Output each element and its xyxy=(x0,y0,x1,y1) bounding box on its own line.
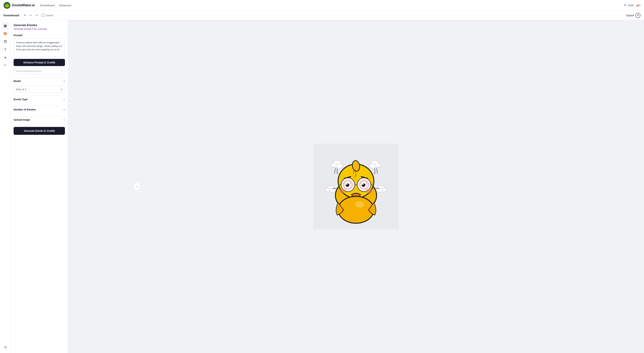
upload-image-header[interactable]: Upload Image ∨ xyxy=(14,116,65,123)
nav-link-showcase[interactable]: Showcase xyxy=(59,3,72,8)
svg-line-4 xyxy=(334,168,336,174)
panel-subtitle: Generate emotes from a prompt xyxy=(14,28,65,30)
svg-point-16 xyxy=(377,188,382,192)
cursor-tool-btn[interactable]: ✦ xyxy=(22,13,28,18)
left-panel: Generate Emotes Generate emotes from a p… xyxy=(11,20,68,353)
svg-point-12 xyxy=(330,188,335,192)
emote-type-title: Emote Type xyxy=(14,98,28,101)
number-emotes-header[interactable]: Number of Emotes ∨ xyxy=(14,106,65,113)
prompt-label: Prompt xyxy=(14,34,65,37)
export-btn[interactable]: Export ⬇ xyxy=(626,13,640,18)
svg-point-35 xyxy=(366,188,373,193)
upload-chevron-icon: ∨ xyxy=(63,119,65,121)
nav-links: Emoteboard Showcase xyxy=(40,3,72,8)
emote-type-section: Emote Type ∨ xyxy=(14,96,65,103)
live-dot xyxy=(639,5,640,6)
live-badge xyxy=(636,4,640,7)
icon-sidebar: ▦ 🎨 🖼 T ◈ ✏ ⚙ xyxy=(0,20,11,353)
collapse-panel-btn[interactable]: « xyxy=(134,183,140,190)
nav-link-emoteboard[interactable]: Emoteboard xyxy=(40,3,55,8)
number-chevron-icon: ∨ xyxy=(63,108,65,111)
model-section-header[interactable]: Model ∧ xyxy=(14,77,65,85)
logo: 🐸 EmoteMaker.ai xyxy=(4,2,35,9)
model-section-title: Model xyxy=(14,80,21,83)
svg-line-9 xyxy=(376,168,378,174)
logo-icon: 🐸 xyxy=(4,2,10,9)
secondary-nav: Emoteboard ✦ ↩ ↪ ✓ Saved Export ⬇ xyxy=(0,11,644,20)
generate-emote-btn[interactable]: Generate Emote (1 Credit) xyxy=(14,127,65,135)
saved-label: Saved xyxy=(46,14,53,17)
live-bar-2 xyxy=(638,4,638,7)
text-btn[interactable]: T xyxy=(2,46,9,53)
pen-btn[interactable]: ✏ xyxy=(2,62,9,69)
logo-emoji: 🐸 xyxy=(5,3,9,8)
top-nav: 🐸 EmoteMaker.ai Emoteboard Showcase 👁 21… xyxy=(0,0,644,11)
panel-title: Generate Emotes xyxy=(14,24,65,27)
duck-svg xyxy=(320,149,392,224)
layers-btn[interactable]: ▦ xyxy=(2,22,9,29)
redo-btn[interactable]: ↪ xyxy=(34,13,39,18)
live-bar-1 xyxy=(636,5,637,7)
emote-type-header[interactable]: Emote Type ∨ xyxy=(14,96,65,103)
model-dropdown[interactable]: DALL-E 3 ∨ xyxy=(14,86,65,93)
main-layout: ▦ 🎨 🖼 T ◈ ✏ ⚙ Generate Emotes Generate e… xyxy=(0,20,644,353)
prompt-input[interactable]: A furious yellow duck with an exaggerate… xyxy=(14,39,65,56)
emote-preview xyxy=(313,144,399,229)
logo-text: EmoteMaker.ai xyxy=(12,4,35,7)
model-chevron-icon: ∨ xyxy=(61,88,62,91)
model-chevron-up-icon: ∧ xyxy=(63,80,65,82)
breadcrumb-title: Emoteboard xyxy=(4,14,19,17)
canvas-area xyxy=(68,20,644,353)
shapes-btn[interactable]: ◈ xyxy=(2,54,9,61)
credits-display: 👁 2145 xyxy=(624,4,634,7)
chevron-down-icon: ∨ xyxy=(61,70,62,73)
enhanced-prompt-dropdown[interactable]: Select enhanced prompt ∨ xyxy=(14,68,65,75)
image-btn[interactable]: 🖼 xyxy=(2,38,9,45)
enhance-prompt-btn[interactable]: Enhance Prompt (1 Credit) xyxy=(14,59,65,66)
number-emotes-section: Number of Emotes ∨ xyxy=(14,106,65,113)
palette-btn[interactable]: 🎨 xyxy=(2,30,9,37)
svg-point-2 xyxy=(336,164,343,168)
export-icon: ⬇ xyxy=(636,13,640,18)
model-value: DALL-E 3 xyxy=(16,88,26,91)
number-emotes-title: Number of Emotes xyxy=(14,108,36,111)
svg-point-6 xyxy=(375,163,381,167)
upload-image-section: Upload Image ∨ xyxy=(14,116,65,123)
svg-point-34 xyxy=(339,188,346,193)
credits-value: 2145 xyxy=(628,4,634,7)
select-placeholder: Select enhanced prompt xyxy=(16,70,41,73)
saved-check-icon: ✓ xyxy=(42,14,45,17)
settings-btn[interactable]: ⚙ xyxy=(2,344,9,351)
svg-point-7 xyxy=(369,164,376,168)
saved-status: ✓ Saved xyxy=(42,14,53,17)
undo-btn[interactable]: ↩ xyxy=(28,13,34,18)
svg-point-1 xyxy=(331,163,337,167)
export-label: Export xyxy=(626,14,634,17)
svg-point-37 xyxy=(355,201,364,208)
svg-point-32 xyxy=(346,183,348,185)
svg-point-33 xyxy=(362,183,364,185)
model-section: Model ∧ DALL-E 3 ∨ xyxy=(14,77,65,93)
credits-icon: 👁 xyxy=(624,4,627,7)
emote-type-chevron-icon: ∨ xyxy=(63,98,65,101)
live-bars xyxy=(636,4,638,7)
nav-right: 👁 2145 xyxy=(624,4,640,7)
upload-image-title: Upload Image xyxy=(14,118,30,121)
